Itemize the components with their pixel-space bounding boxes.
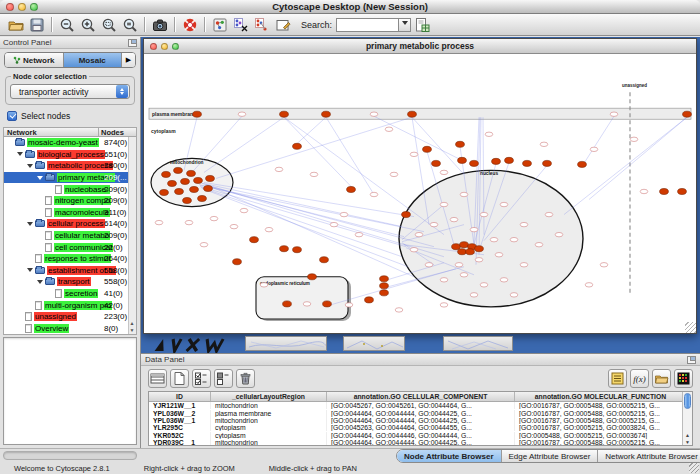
tree-row[interactable]: Overview8(0) <box>4 323 136 335</box>
tree-row[interactable]: response to stimul264(0) <box>4 253 136 265</box>
tabs-overflow-button[interactable]: ▶ <box>122 53 135 67</box>
network-window-titlebar[interactable]: primary metabolic process <box>144 39 696 54</box>
expander-icon[interactable] <box>27 222 33 229</box>
merge-networks-button[interactable] <box>230 15 251 34</box>
scroll-up-icon[interactable]: ▲ <box>129 321 135 326</box>
node-color-dropdown-value: transporter activity <box>11 87 116 97</box>
table-column-header[interactable]: annotation.GO MOLECULAR_FUNCTION <box>515 392 687 401</box>
tree-row[interactable]: establishment of lo558(0) <box>4 265 136 277</box>
tree-row[interactable]: biological_process651(0) <box>4 149 136 161</box>
column-network[interactable]: Network <box>4 128 98 136</box>
tab-network[interactable]: Network <box>5 53 64 67</box>
tree-row[interactable]: cellular process614(0) <box>4 218 136 230</box>
table-column-header[interactable]: annotation.GO CELLULAR_COMPONENT <box>327 392 515 401</box>
expander-icon[interactable] <box>37 280 43 287</box>
table-row[interactable]: YJR121W__1mitochondrion[GO:0045267, GO:0… <box>149 402 692 409</box>
zoom-in-button[interactable] <box>77 15 98 34</box>
zoom-network-button[interactable] <box>172 43 179 50</box>
network-canvas[interactable]: plasma membrane cytoplasm unassigned mit… <box>144 54 696 333</box>
network-canvas-svg[interactable]: plasma membrane cytoplasm unassigned mit… <box>144 54 696 333</box>
expander-icon[interactable] <box>27 164 33 171</box>
endoplasmic-reticulum-compartment[interactable]: endoplasmic reticulum <box>256 277 351 321</box>
tree-row-count: 558(0) <box>104 277 127 286</box>
column-nodes[interactable]: Nodes <box>98 128 136 136</box>
annotation-button[interactable] <box>272 15 293 34</box>
vizmapper-button[interactable] <box>209 15 230 34</box>
birds-eye-view-panel[interactable] <box>3 337 137 445</box>
window-resize-grip[interactable] <box>685 322 696 333</box>
table-cell: YPL036W__2 <box>149 410 211 417</box>
node-color-dropdown[interactable]: transporter activity <box>10 84 130 99</box>
tree-row[interactable]: mosaic-demo-yeast874(0) <box>4 137 136 149</box>
delete-attribute-button[interactable] <box>236 369 255 388</box>
table-scrollbar[interactable]: ▲ ▼ <box>682 392 692 445</box>
background-window-thumbnail[interactable] <box>343 336 405 351</box>
float-panel-icon[interactable] <box>687 356 696 364</box>
save-session-button[interactable] <box>26 15 47 34</box>
close-network-button[interactable] <box>150 43 157 50</box>
plasma-membrane-compartment[interactable]: plasma membrane <box>149 108 691 119</box>
background-window-thumbnail[interactable] <box>245 336 327 351</box>
open-session-button[interactable] <box>5 15 26 34</box>
scroll-down-icon[interactable]: ▼ <box>129 328 135 333</box>
tree-row[interactable]: secretion41(0) <box>4 288 136 300</box>
background-window-thumbnail[interactable] <box>443 336 513 351</box>
expander-icon[interactable] <box>27 268 33 275</box>
minimize-window-button[interactable] <box>18 3 26 11</box>
table-column-header[interactable]: _cellularLayoutRegion <box>211 392 327 401</box>
help-button[interactable] <box>179 15 200 34</box>
import-attribute-file-button[interactable] <box>652 369 671 388</box>
table-row[interactable]: YPL036W__2plasma membrane[GO:0044464, GO… <box>149 409 692 416</box>
tree-row[interactable]: transport558(0) <box>4 276 136 288</box>
heatmap-view-button[interactable] <box>674 369 693 388</box>
expander-icon[interactable] <box>37 176 43 183</box>
tab-node-attribute-browser[interactable]: Node Attribute Browser <box>397 450 502 462</box>
snapshot-button[interactable] <box>149 15 170 34</box>
window-resize-grip[interactable] <box>689 463 699 473</box>
tree-row[interactable]: metabolic process280(0) <box>4 160 136 172</box>
select-all-attributes-button[interactable] <box>192 369 211 388</box>
tree-row[interactable]: nitrogen compo209(0) <box>4 195 136 207</box>
mitochondrion-compartment[interactable]: mitochondrion <box>151 158 233 206</box>
tree-row[interactable]: primary metabo209(... <box>4 172 136 184</box>
table-row[interactable]: YLR295Ccytoplasm[GO:0045263, GO:0044464,… <box>149 424 692 431</box>
tree-row[interactable]: unassigned223(0) <box>4 311 136 323</box>
table-row[interactable]: YDR039C__1mitochondrion[GO:0044464, GO:0… <box>149 439 692 446</box>
search-dropdown-button[interactable] <box>398 18 411 32</box>
attribute-table[interactable]: ID_cellularLayoutRegionannotation.GO CEL… <box>148 391 693 446</box>
tab-edge-attribute-browser[interactable]: Edge Attribute Browser <box>502 450 599 462</box>
table-row[interactable]: YKR052Ccytoplasm[GO:0044464, GO:0044446,… <box>149 432 692 439</box>
tab-network-attribute-browser[interactable]: Network Attribute Browser <box>598 450 700 462</box>
float-panel-icon[interactable] <box>128 39 137 47</box>
import-attributes-button[interactable] <box>411 15 432 34</box>
minimize-network-button[interactable] <box>161 43 168 50</box>
tab-mosaic[interactable]: Mosaic <box>64 53 123 67</box>
tree-row[interactable]: cellular metabo209(0) <box>4 230 136 242</box>
expander-icon[interactable] <box>17 152 23 159</box>
tree-row[interactable]: multi-organism pro42(0) <box>4 299 136 311</box>
formula-builder-button[interactable]: f(x) <box>630 369 649 388</box>
scrollbar-thumb[interactable] <box>684 393 691 409</box>
zoom-fit-content-button[interactable] <box>119 15 140 34</box>
unselect-all-attributes-button[interactable] <box>214 369 233 388</box>
scroll-up-icon[interactable]: ▲ <box>683 432 692 438</box>
import-network-button[interactable] <box>251 15 272 34</box>
zoom-window-button[interactable] <box>30 3 38 11</box>
tree-scrollbar[interactable]: ▲ ▼ <box>128 137 136 334</box>
attribute-list-button[interactable] <box>608 369 627 388</box>
scroll-down-icon[interactable]: ▼ <box>683 439 692 445</box>
table-cell: mitochondrion <box>211 439 327 446</box>
zoom-out-button[interactable] <box>56 15 77 34</box>
search-input[interactable] <box>336 18 398 32</box>
dropdown-stepper-icon <box>116 85 128 98</box>
select-nodes-checkbox[interactable] <box>7 111 17 121</box>
tree-row[interactable]: macromolecule311(0) <box>4 207 136 219</box>
select-attributes-button[interactable] <box>148 369 167 388</box>
tree-row[interactable]: cell communicat22(0) <box>4 241 136 253</box>
create-attribute-button[interactable] <box>170 369 189 388</box>
zoom-selected-region-button[interactable] <box>98 15 119 34</box>
table-row[interactable]: YPL036W__1mitochondrion[GO:0044464, GO:0… <box>149 417 692 424</box>
close-window-button[interactable] <box>6 3 14 11</box>
table-column-header[interactable]: ID <box>149 392 211 401</box>
tree-row[interactable]: nucleobase-209(0) <box>4 183 136 195</box>
